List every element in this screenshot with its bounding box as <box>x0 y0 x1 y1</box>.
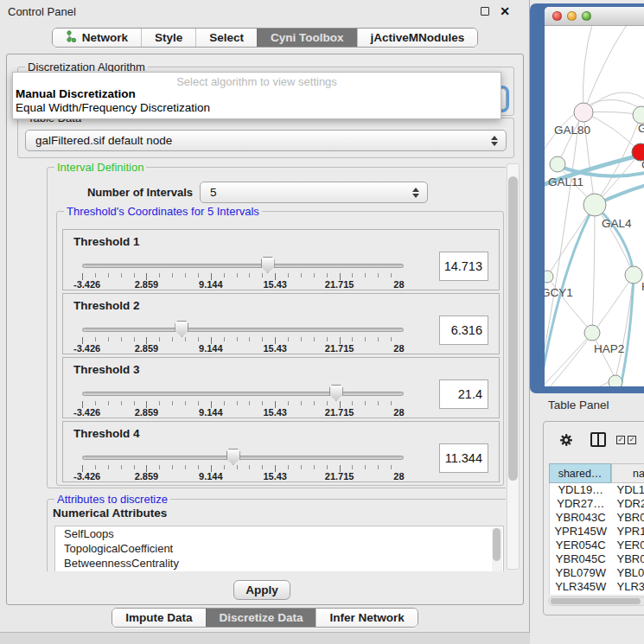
slider-track[interactable] <box>82 456 404 460</box>
slider-track[interactable] <box>82 328 404 332</box>
table-horizontal-scrollbar[interactable] <box>548 596 644 606</box>
scrollbar-thumb[interactable] <box>551 598 641 604</box>
threshold-2-slider[interactable]: -3.4262.8599.14415.4321.71528 <box>82 320 404 353</box>
slider-track[interactable] <box>82 264 404 268</box>
cyni-settings-panel: Discretization Algorithm Select algorith… <box>6 54 524 605</box>
threshold-3-slider[interactable]: -3.4262.8599.14415.4321.71528 <box>82 384 404 417</box>
list-item-topologicalcoefficient[interactable]: TopologicalCoefficient <box>55 541 503 556</box>
tab-discretize-data[interactable]: Discretize Data <box>206 609 316 627</box>
table-row[interactable]: YIL053CYIL0 <box>550 594 644 595</box>
node-table-rows: YDL19…YDL1 YDR27…YDR2 YBR043CYBR0 YPR145… <box>549 483 644 595</box>
close-traffic-light-icon[interactable] <box>552 11 562 21</box>
tab-discretize-data-label: Discretize Data <box>220 611 303 624</box>
popup-item-equal-width-frequency[interactable]: Equal Width/Frequency Discretization <box>13 101 501 115</box>
tab-network-label: Network <box>82 31 128 44</box>
threshold-4-slider[interactable]: -3.4262.8599.14415.4321.71528 <box>82 448 404 481</box>
node-table-header: shared… na <box>549 463 644 483</box>
slider-track[interactable] <box>82 392 404 396</box>
slider-thumb[interactable] <box>175 321 188 337</box>
table-row[interactable]: YDL19…YDL1 <box>550 483 644 497</box>
node-gal80[interactable] <box>574 103 593 122</box>
popup-item-manual-discretization[interactable]: Manual Discretization <box>13 87 501 101</box>
node-label-hap2: HAP2 <box>594 342 624 355</box>
cell-name: YLR3 <box>612 580 644 594</box>
number-of-intervals-row: Number of Intervals 5 <box>48 182 506 204</box>
node-label-gal11: GAL11 <box>548 175 583 188</box>
tab-jactivemnodules[interactable]: jActiveMNodules <box>357 29 478 47</box>
table-row[interactable]: YER054CYER0 <box>550 539 644 552</box>
algorithm-dropdown-popup: Select algorithm to view settings Manual… <box>12 72 501 119</box>
node-gal4[interactable] <box>583 194 606 216</box>
threshold-1-label: Threshold 1 <box>73 235 140 248</box>
table-row[interactable]: YLR345WYLR3 <box>550 580 644 594</box>
tab-infer-network[interactable]: Infer Network <box>316 609 417 627</box>
tick-label: 21.715 <box>325 407 354 418</box>
tick-label: 28 <box>393 343 404 354</box>
slider-thumb[interactable] <box>226 449 240 465</box>
node-hap2[interactable] <box>584 325 600 341</box>
column-header-name[interactable]: na <box>611 463 644 483</box>
number-of-intervals-combobox[interactable]: 5 <box>200 182 428 203</box>
cell-shared-name: YBL079W <box>550 566 612 580</box>
tab-network[interactable]: Network <box>53 29 141 47</box>
tick-label: 9.144 <box>199 407 223 418</box>
table-row[interactable]: YBL079WYBL0 <box>550 566 644 580</box>
slider-tick-labels: -3.4262.8599.14415.4321.71528 <box>82 343 404 354</box>
list-item-betweennesscentrality[interactable]: BetweennessCentrality <box>55 556 503 571</box>
tick-label: 21.715 <box>325 279 354 290</box>
table-panel: ✓ ✓ shared… na YDL19…YDL1 YDR27…YDR2 YBR… <box>543 421 644 615</box>
network-window-titlebar[interactable] <box>545 7 644 26</box>
table-data-combobox-value: galFiltered.sif default node <box>35 134 172 147</box>
zoom-traffic-light-icon[interactable] <box>582 11 591 21</box>
columns-icon[interactable] <box>590 432 606 447</box>
checkbox-icon[interactable]: ✓ <box>628 436 636 444</box>
node-gal11[interactable] <box>550 156 565 172</box>
threshold-2-value-field[interactable] <box>439 316 488 345</box>
table-row[interactable]: YPR145WYPR1 <box>550 525 644 539</box>
settings-vertical-scrollbar[interactable] <box>507 163 520 570</box>
scrollbar-thumb[interactable] <box>493 528 501 561</box>
list-item-selfloops[interactable]: SelfLoops <box>55 526 503 541</box>
tab-impute-data[interactable]: Impute Data <box>112 609 205 627</box>
node-clipped-top-right[interactable] <box>633 106 644 124</box>
column-header-shared-name[interactable]: shared… <box>549 463 611 483</box>
popup-placeholder-item[interactable]: Select algorithm to view settings <box>13 73 501 87</box>
tick-label: -3.426 <box>73 407 100 418</box>
threshold-1-slider[interactable]: -3.4262.8599.14415.4321.71528 <box>82 256 404 289</box>
checkbox-icon[interactable]: ✓ <box>616 436 625 444</box>
node-gcy1[interactable] <box>545 271 553 283</box>
tab-cyni-toolbox-label: Cyni Toolbox <box>271 31 344 44</box>
cell-shared-name: YBR043C <box>550 511 612 525</box>
attributes-list-scrollbar[interactable] <box>492 527 502 571</box>
table-data-combobox[interactable]: galFiltered.sif default node <box>25 130 507 151</box>
cell-name: YIL0 <box>612 594 644 595</box>
slider-thumb[interactable] <box>329 385 343 401</box>
tab-impute-data-label: Impute Data <box>125 611 192 624</box>
threshold-4-value-field[interactable] <box>439 443 488 473</box>
tab-cyni-toolbox[interactable]: Cyni Toolbox <box>257 29 357 47</box>
cell-name: YDL1 <box>612 483 644 497</box>
control-panel-window: Control Panel ✕ Network Style Select Cyn… <box>0 0 530 633</box>
tick-label: 2.859 <box>135 343 159 354</box>
network-canvas[interactable]: GAL80 G C GAL11 GAL4 GCY1 H HAP2 <box>545 26 644 386</box>
settings-scroll-viewport: Interval Definition Number of Intervals … <box>13 162 506 571</box>
tab-style[interactable]: Style <box>141 29 195 47</box>
table-row[interactable]: YBR043CYBR0 <box>550 511 644 525</box>
gear-icon[interactable] <box>559 433 573 450</box>
close-icon[interactable]: ✕ <box>500 4 510 18</box>
scrollbar-thumb[interactable] <box>508 176 518 481</box>
tab-select[interactable]: Select <box>195 29 257 47</box>
minimize-traffic-light-icon[interactable] <box>567 11 577 21</box>
table-row[interactable]: YDR27…YDR2 <box>550 497 644 511</box>
float-window-icon[interactable] <box>481 7 489 16</box>
cell-shared-name: YIL053C <box>550 594 612 595</box>
threshold-1-value-field[interactable] <box>439 252 488 281</box>
node-label-gal4: GAL4 <box>602 217 632 230</box>
node-right-mid[interactable] <box>625 266 642 284</box>
slider-thumb[interactable] <box>261 257 275 273</box>
cell-shared-name: YBR045C <box>550 552 612 566</box>
apply-button[interactable]: Apply <box>233 580 290 600</box>
threshold-3-value-field[interactable] <box>439 379 488 409</box>
table-row[interactable]: YBR045CYBR0 <box>550 552 644 566</box>
node-clipped-bottom[interactable] <box>609 375 622 386</box>
